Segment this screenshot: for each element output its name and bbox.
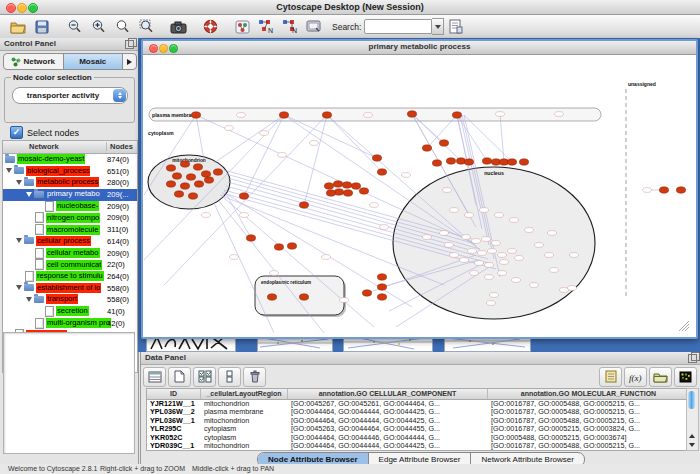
tab-mosaic[interactable]: Mosaic bbox=[64, 54, 124, 69]
zoom-out-button[interactable] bbox=[63, 17, 85, 36]
gene-node bbox=[180, 161, 189, 167]
scroll-down-button[interactable] bbox=[687, 440, 696, 449]
table-row[interactable]: YJR121W__1mitochondrion[GO:0045267, GO:0… bbox=[147, 400, 690, 408]
unselect-attributes-button[interactable] bbox=[218, 367, 241, 387]
table-scrollbar[interactable] bbox=[686, 388, 699, 451]
gene-node bbox=[201, 171, 210, 177]
tree-row-node-count: 209(0) bbox=[107, 202, 129, 211]
save-session-button[interactable] bbox=[31, 17, 53, 36]
tree-row[interactable]: transport558(0) bbox=[3, 294, 137, 306]
attribute-matrix-button[interactable] bbox=[674, 367, 697, 387]
table-row[interactable]: YLR295Ccytoplasm[GO:0045263, GO:0044464,… bbox=[147, 425, 690, 433]
tree-row[interactable]: nucleobase-209(0) bbox=[3, 201, 137, 213]
disclosure-triangle-icon[interactable] bbox=[16, 238, 22, 243]
function-builder-button[interactable]: f(x) bbox=[624, 367, 647, 387]
search-dropdown-button[interactable] bbox=[432, 18, 444, 35]
column-header[interactable]: ID bbox=[147, 389, 201, 399]
tree-row[interactable]: response to stimulu264(0) bbox=[3, 271, 137, 283]
disclosure-triangle-icon[interactable] bbox=[26, 297, 32, 302]
disclosure-triangle-icon[interactable] bbox=[26, 192, 32, 197]
status-pan-hint: Middle-click + drag to PAN bbox=[192, 465, 274, 472]
select-attributes-button[interactable] bbox=[193, 367, 216, 387]
open-session-button[interactable] bbox=[7, 17, 29, 36]
table-cell: [GO:0044464, GO:0044446, GO:0044444, G..… bbox=[288, 434, 488, 442]
table-row[interactable]: YDR039C__1mitochondrion[GO:0044464, GO:0… bbox=[147, 442, 690, 450]
unselect-attributes-icon bbox=[226, 370, 234, 383]
column-header[interactable]: annotation.GO CELLULAR_COMPONENT bbox=[288, 389, 488, 399]
network-canvas[interactable]: plasma membranecytoplasmnucleusmitochond… bbox=[144, 55, 691, 333]
table-cell: [GO:0045267, GO:0045261, GO:0044464, G..… bbox=[288, 400, 488, 408]
resize-grip-icon[interactable] bbox=[679, 321, 689, 331]
birdseye-view[interactable] bbox=[3, 332, 135, 454]
tree-row[interactable]: mosaic-demo-yeast874(0) bbox=[3, 154, 137, 166]
tree-row[interactable]: primary metabo209(... bbox=[3, 189, 137, 201]
delete-attribute-button[interactable] bbox=[243, 367, 266, 387]
gene-node bbox=[326, 190, 335, 196]
zoom-selected-icon bbox=[115, 19, 130, 34]
network-window-titlebar[interactable]: primary metabolic process bbox=[143, 41, 696, 55]
tab-network[interactable]: Network bbox=[4, 54, 64, 69]
table-row[interactable]: YPL036W__1mitochondrion[GO:0044464, GO:0… bbox=[147, 417, 690, 425]
plasma-membrane-region[interactable] bbox=[149, 108, 601, 121]
zoom-selected-button[interactable] bbox=[111, 17, 133, 36]
folder-icon bbox=[24, 179, 34, 186]
tree-header[interactable]: Network Nodes bbox=[3, 141, 137, 154]
new-attribute-button[interactable] bbox=[168, 367, 191, 387]
zoom-in-icon bbox=[91, 19, 106, 34]
float-panel-icon[interactable] bbox=[688, 354, 697, 363]
select-nodes-checkbox[interactable]: ✓ bbox=[10, 126, 23, 139]
table-row[interactable]: YKR052Ccytoplasm[GO:0044464, GO:0044446,… bbox=[147, 434, 690, 442]
table-row[interactable]: YPL036W__2plasma membrane[GO:0044464, GO… bbox=[147, 408, 690, 416]
function-icon: f(x) bbox=[628, 371, 643, 383]
gene-node bbox=[372, 155, 381, 161]
tree-row[interactable]: multi-organism pro42(0) bbox=[3, 318, 137, 330]
table-cell: YLR295C bbox=[147, 425, 201, 433]
gene-node bbox=[174, 191, 183, 197]
tree-row-node-count: 614(0) bbox=[107, 237, 129, 246]
column-header[interactable]: annotation.GO MOLECULAR_FUNCTION bbox=[488, 389, 690, 399]
tree-row[interactable]: cellular process614(0) bbox=[3, 236, 137, 248]
column-header[interactable]: _cellularLayoutRegion bbox=[201, 389, 288, 399]
scrollbar-thumb[interactable] bbox=[688, 391, 695, 409]
scroll-up-button[interactable] bbox=[687, 431, 696, 440]
attribute-browser-button[interactable] bbox=[445, 17, 467, 36]
disclosure-triangle-icon[interactable] bbox=[6, 168, 12, 173]
group-label: Node color selection bbox=[11, 73, 94, 82]
disclosure-triangle-icon[interactable] bbox=[16, 180, 22, 185]
tree-row[interactable]: metabolic process280(0) bbox=[3, 177, 137, 189]
zoom-fit-button[interactable] bbox=[135, 17, 157, 36]
attribute-editor-button[interactable] bbox=[599, 367, 622, 387]
table-mode-button[interactable] bbox=[143, 367, 166, 387]
edit-network-2-button[interactable]: N bbox=[279, 17, 301, 36]
tree-row[interactable]: cellular metabo209(0) bbox=[3, 248, 137, 260]
open-folder-icon bbox=[10, 20, 26, 34]
tree-row-node-count: 41(0) bbox=[107, 307, 125, 316]
float-panel-icon[interactable] bbox=[125, 40, 134, 49]
disclosure-triangle-icon[interactable] bbox=[16, 285, 22, 290]
snapshot-button[interactable] bbox=[167, 17, 189, 36]
tree-row-node-count: 209(0) bbox=[107, 249, 129, 258]
tree-row-label: nucleobase- bbox=[56, 201, 99, 211]
zoom-in-button[interactable] bbox=[87, 17, 109, 36]
more-tabs-button[interactable] bbox=[123, 54, 136, 69]
nucleus-label: nucleus bbox=[484, 170, 504, 176]
vizmapper-button[interactable] bbox=[231, 17, 253, 36]
tree-row[interactable]: secretion41(0) bbox=[3, 306, 137, 318]
edit-network-button[interactable]: N bbox=[255, 17, 277, 36]
import-attributes-button[interactable] bbox=[649, 367, 672, 387]
tree-row[interactable]: cell communicat22(0) bbox=[3, 259, 137, 271]
gene-node bbox=[519, 159, 528, 165]
network-graph[interactable]: plasma membranecytoplasmnucleusmitochond… bbox=[144, 55, 691, 333]
attribute-table-header[interactable]: ID_cellularLayoutRegionannotation.GO CEL… bbox=[147, 389, 690, 400]
tree-row[interactable]: establishment of lo558(0) bbox=[3, 283, 137, 295]
gene-node bbox=[246, 235, 255, 241]
annotation-button[interactable] bbox=[303, 17, 325, 36]
search-input[interactable] bbox=[364, 19, 432, 34]
cytoscape-app: Cytoscape Desktop (New Session) N N Sear… bbox=[0, 0, 700, 474]
tree-row[interactable]: nitrogen compo209(0) bbox=[3, 212, 137, 224]
tree-row[interactable]: biological_process651(0) bbox=[3, 166, 137, 178]
node-color-dropdown[interactable]: transporter activity bbox=[12, 87, 128, 104]
tree-row[interactable]: macromolecule311(0) bbox=[3, 224, 137, 236]
attribute-table[interactable]: ID_cellularLayoutRegionannotation.GO CEL… bbox=[146, 388, 691, 451]
help-button[interactable] bbox=[199, 17, 221, 36]
